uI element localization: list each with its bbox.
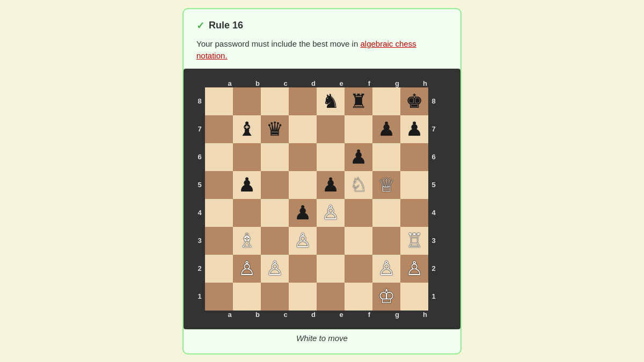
square-h4[interactable]	[400, 199, 428, 227]
col-label-bot-f: f	[355, 311, 383, 319]
square-f6[interactable]: ♟	[345, 143, 372, 171]
square-e1[interactable]	[317, 283, 345, 311]
board-row-1: 1♔1	[194, 283, 450, 311]
square-h7[interactable]: ♟	[400, 115, 428, 143]
piece-b5: ♟	[238, 175, 255, 195]
square-d3[interactable]: ♙	[289, 227, 317, 255]
square-e4[interactable]: ♙	[317, 199, 345, 227]
piece-h3: ♖	[406, 231, 423, 250]
square-b2[interactable]: ♙	[233, 255, 261, 283]
col-label-top-a: a	[216, 79, 244, 87]
board-row-8: 8♞♜♚8	[194, 87, 450, 115]
square-h8[interactable]: ♚	[400, 87, 428, 115]
col-label-top-g: g	[383, 79, 411, 87]
square-c6[interactable]	[261, 143, 289, 171]
row-label-right-5: 5	[428, 181, 439, 189]
square-d6[interactable]	[289, 143, 317, 171]
piece-g7: ♟	[378, 120, 395, 139]
square-f1[interactable]	[345, 283, 372, 311]
board-row-5: 5♟♟♘♕5	[194, 171, 450, 199]
square-g8[interactable]	[372, 87, 400, 115]
square-e5[interactable]: ♟	[317, 171, 345, 199]
square-h6[interactable]	[400, 143, 428, 171]
square-g6[interactable]	[372, 143, 400, 171]
square-e6[interactable]	[317, 143, 345, 171]
square-f2[interactable]	[345, 255, 372, 283]
square-d2[interactable]	[289, 255, 317, 283]
square-c5[interactable]	[261, 171, 289, 199]
square-g2[interactable]: ♙	[372, 255, 400, 283]
square-f5[interactable]: ♘	[345, 171, 372, 199]
square-b1[interactable]	[233, 283, 261, 311]
square-c3[interactable]	[261, 227, 289, 255]
square-f3[interactable]	[345, 227, 372, 255]
square-b7[interactable]: ♝	[233, 115, 261, 143]
square-g7[interactable]: ♟	[372, 115, 400, 143]
square-c2[interactable]: ♙	[261, 255, 289, 283]
square-h1[interactable]	[400, 283, 428, 311]
row-label-left-1: 1	[194, 292, 205, 300]
rule-description: Your password must include the best move…	[196, 38, 448, 62]
square-b4[interactable]	[233, 199, 261, 227]
square-a8[interactable]	[205, 87, 233, 115]
piece-b7: ♝	[238, 120, 255, 139]
board-caption: White to move	[296, 334, 348, 343]
board-row-7: 7♝♛♟♟7	[194, 115, 450, 143]
square-a7[interactable]	[205, 115, 233, 143]
board-rows-wrapper: 8♞♜♚87♝♛♟♟76♟65♟♟♘♕54♟♙43♗♙♖32♙♙♙♙21♔1	[194, 87, 450, 311]
piece-b2: ♙	[238, 259, 255, 278]
board-row-3: 3♗♙♖3	[194, 227, 450, 255]
square-c1[interactable]	[261, 283, 289, 311]
square-b5[interactable]: ♟	[233, 171, 261, 199]
square-g1[interactable]: ♔	[372, 283, 400, 311]
piece-e4: ♙	[322, 203, 339, 223]
chess-board-outer: abcdefgh 8♞♜♚87♝♛♟♟76♟65♟♟♘♕54♟♙43♗♙♖32♙…	[184, 69, 460, 329]
square-c8[interactable]	[261, 87, 289, 115]
piece-h2: ♙	[406, 259, 423, 278]
square-a1[interactable]	[205, 283, 233, 311]
square-f8[interactable]: ♜	[345, 87, 372, 115]
chess-container: abcdefgh 8♞♜♚87♝♛♟♟76♟65♟♟♘♕54♟♙43♗♙♖32♙…	[196, 69, 448, 343]
square-a3[interactable]	[205, 227, 233, 255]
square-g3[interactable]	[372, 227, 400, 255]
square-d1[interactable]	[289, 283, 317, 311]
square-e2[interactable]	[317, 255, 345, 283]
board-row-6: 6♟6	[194, 143, 450, 171]
square-g4[interactable]	[372, 199, 400, 227]
piece-f5: ♘	[350, 175, 367, 195]
col-label-top-b: b	[244, 79, 272, 87]
piece-d4: ♟	[294, 203, 311, 223]
square-b3[interactable]: ♗	[233, 227, 261, 255]
square-b6[interactable]	[233, 143, 261, 171]
piece-g5: ♕	[378, 175, 395, 195]
piece-c7: ♛	[266, 120, 283, 139]
description-text: Your password must include the best move…	[196, 39, 360, 48]
square-g5[interactable]: ♕	[372, 171, 400, 199]
square-a5[interactable]	[205, 171, 233, 199]
square-d4[interactable]: ♟	[289, 199, 317, 227]
square-h2[interactable]: ♙	[400, 255, 428, 283]
square-a2[interactable]	[205, 255, 233, 283]
square-c7[interactable]: ♛	[261, 115, 289, 143]
piece-h8: ♚	[406, 92, 423, 111]
row-label-right-1: 1	[428, 292, 439, 300]
square-c4[interactable]	[261, 199, 289, 227]
square-f7[interactable]	[345, 115, 372, 143]
square-d5[interactable]	[289, 171, 317, 199]
square-e3[interactable]	[317, 227, 345, 255]
piece-b3: ♗	[238, 231, 255, 250]
square-e7[interactable]	[317, 115, 345, 143]
row-label-left-3: 3	[194, 237, 205, 245]
board-row-2: 2♙♙♙♙2	[194, 255, 450, 283]
square-e8[interactable]: ♞	[317, 87, 345, 115]
square-f4[interactable]	[345, 199, 372, 227]
square-h5[interactable]	[400, 171, 428, 199]
piece-f6: ♟	[350, 147, 367, 167]
square-a6[interactable]	[205, 143, 233, 171]
square-a4[interactable]	[205, 199, 233, 227]
square-b8[interactable]	[233, 87, 261, 115]
square-d8[interactable]	[289, 87, 317, 115]
square-d7[interactable]	[289, 115, 317, 143]
square-h3[interactable]: ♖	[400, 227, 428, 255]
board-row-4: 4♟♙4	[194, 199, 450, 227]
